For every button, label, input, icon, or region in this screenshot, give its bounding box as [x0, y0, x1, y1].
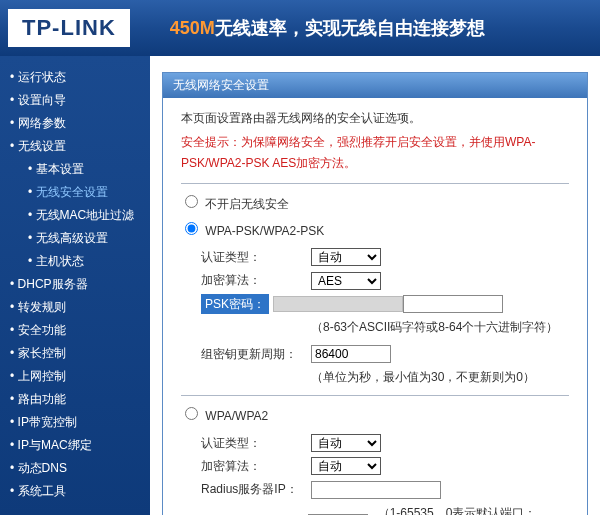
sidebar-li-5[interactable]: 无线安全设置 — [10, 181, 150, 204]
sidebar-li-17[interactable]: 动态DNS — [10, 457, 150, 480]
hint-group-key: （单位为秒，最小值为30，不更新则为0） — [311, 367, 569, 387]
psk-password-masked — [273, 296, 403, 312]
sidebar-item-8[interactable]: 主机状态 — [36, 254, 84, 268]
radio-wpa-label: WPA/WPA2 — [205, 409, 268, 423]
sidebar-li-0[interactable]: 运行状态 — [10, 66, 150, 89]
sidebar-item-17[interactable]: 动态DNS — [18, 461, 67, 475]
main-content: 无线网络安全设置 本页面设置路由器无线网络的安全认证选项。 安全提示：为保障网络… — [150, 56, 600, 515]
sidebar-li-6[interactable]: 无线MAC地址过滤 — [10, 204, 150, 227]
input-psk-password[interactable] — [403, 295, 503, 313]
sidebar-li-15[interactable]: IP带宽控制 — [10, 411, 150, 434]
sidebar-li-14[interactable]: 路由功能 — [10, 388, 150, 411]
sidebar-item-0[interactable]: 运行状态 — [18, 70, 66, 84]
security-warning: 安全提示：为保障网络安全，强烈推荐开启安全设置，并使用WPA-PSK/WPA2-… — [181, 132, 569, 173]
slogan-text: 无线速率，实现无线自由连接梦想 — [215, 18, 485, 38]
sidebar-li-8[interactable]: 主机状态 — [10, 250, 150, 273]
sidebar-item-18[interactable]: 系统工具 — [18, 484, 66, 498]
sidebar-item-1[interactable]: 设置向导 — [18, 93, 66, 107]
select-enc-algo[interactable]: AES — [311, 272, 381, 290]
label-enc-algo-wpa: 加密算法： — [201, 456, 311, 476]
radio-wpa-psk-label: WPA-PSK/WPA2-PSK — [205, 224, 324, 238]
settings-panel: 无线网络安全设置 本页面设置路由器无线网络的安全认证选项。 安全提示：为保障网络… — [162, 72, 588, 515]
label-psk-password: PSK密码： — [201, 294, 269, 314]
sidebar-item-15[interactable]: IP带宽控制 — [18, 415, 77, 429]
radio-disable-label: 不开启无线安全 — [205, 197, 289, 211]
slogan-highlight: 450M — [170, 18, 215, 38]
sidebar-item-11[interactable]: 安全功能 — [18, 323, 66, 337]
sidebar-li-11[interactable]: 安全功能 — [10, 319, 150, 342]
label-auth-type-wpa: 认证类型： — [201, 433, 311, 453]
sidebar-li-3[interactable]: 无线设置 — [10, 135, 150, 158]
radio-wpa-psk[interactable] — [185, 222, 198, 235]
sidebar-li-2[interactable]: 网络参数 — [10, 112, 150, 135]
slogan: 450M无线速率，实现无线自由连接梦想 — [170, 16, 485, 40]
divider — [181, 183, 569, 184]
label-enc-algo: 加密算法： — [201, 270, 311, 290]
sidebar-li-7[interactable]: 无线高级设置 — [10, 227, 150, 250]
sidebar-item-2[interactable]: 网络参数 — [18, 116, 66, 130]
radio-wpa[interactable] — [185, 407, 198, 420]
sidebar-item-5[interactable]: 无线安全设置 — [36, 185, 108, 199]
sidebar-item-7[interactable]: 无线高级设置 — [36, 231, 108, 245]
input-radius-ip[interactable] — [311, 481, 441, 499]
label-group-key-period: 组密钥更新周期： — [201, 344, 311, 364]
sidebar-item-4[interactable]: 基本设置 — [36, 162, 84, 176]
sidebar-item-14[interactable]: 路由功能 — [18, 392, 66, 406]
select-enc-algo-wpa[interactable]: 自动 — [311, 457, 381, 475]
sidebar-item-6[interactable]: 无线MAC地址过滤 — [36, 208, 135, 222]
input-group-key-period[interactable] — [311, 345, 391, 363]
sidebar-li-12[interactable]: 家长控制 — [10, 342, 150, 365]
sidebar-li-1[interactable]: 设置向导 — [10, 89, 150, 112]
select-auth-type-wpa[interactable]: 自动 — [311, 434, 381, 452]
sidebar-item-10[interactable]: 转发规则 — [18, 300, 66, 314]
radio-disable-security[interactable] — [185, 195, 198, 208]
sidebar-item-3[interactable]: 无线设置 — [18, 139, 66, 153]
panel-title: 无线网络安全设置 — [163, 73, 587, 98]
sidebar-li-16[interactable]: IP与MAC绑定 — [10, 434, 150, 457]
sidebar-li-9[interactable]: DHCP服务器 — [10, 273, 150, 296]
sidebar-item-13[interactable]: 上网控制 — [18, 369, 66, 383]
app-header: TP-LINK 450M无线速率，实现无线自由连接梦想 — [0, 0, 600, 56]
select-auth-type[interactable]: 自动 — [311, 248, 381, 266]
sidebar-li-18[interactable]: 系统工具 — [10, 480, 150, 503]
brand-logo: TP-LINK — [8, 9, 130, 47]
hint-psk: （8-63个ASCII码字符或8-64个十六进制字符） — [311, 317, 569, 337]
label-auth-type: 认证类型： — [201, 247, 311, 267]
sidebar-item-16[interactable]: IP与MAC绑定 — [18, 438, 92, 452]
sidebar-li-4[interactable]: 基本设置 — [10, 158, 150, 181]
hint-radius-port: （1-65535，0表示默认端口：1812） — [378, 503, 569, 515]
sidebar-item-12[interactable]: 家长控制 — [18, 346, 66, 360]
sidebar: 运行状态设置向导网络参数无线设置基本设置无线安全设置无线MAC地址过滤无线高级设… — [0, 56, 150, 515]
sidebar-li-10[interactable]: 转发规则 — [10, 296, 150, 319]
sidebar-item-9[interactable]: DHCP服务器 — [18, 277, 88, 291]
panel-description: 本页面设置路由器无线网络的安全认证选项。 — [181, 108, 569, 128]
label-radius-ip: Radius服务器IP： — [201, 479, 311, 499]
divider — [181, 395, 569, 396]
sidebar-li-13[interactable]: 上网控制 — [10, 365, 150, 388]
